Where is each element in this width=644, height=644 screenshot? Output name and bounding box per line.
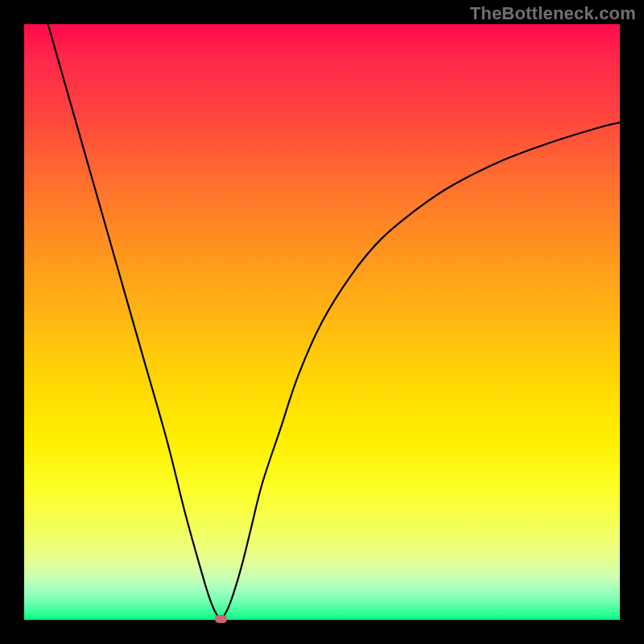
curve-path <box>48 24 620 619</box>
bottleneck-marker <box>215 615 227 623</box>
curve-svg <box>24 24 620 620</box>
watermark-text: TheBottleneck.com <box>470 3 636 24</box>
plot-area <box>24 24 620 620</box>
chart-frame: TheBottleneck.com <box>0 0 644 644</box>
